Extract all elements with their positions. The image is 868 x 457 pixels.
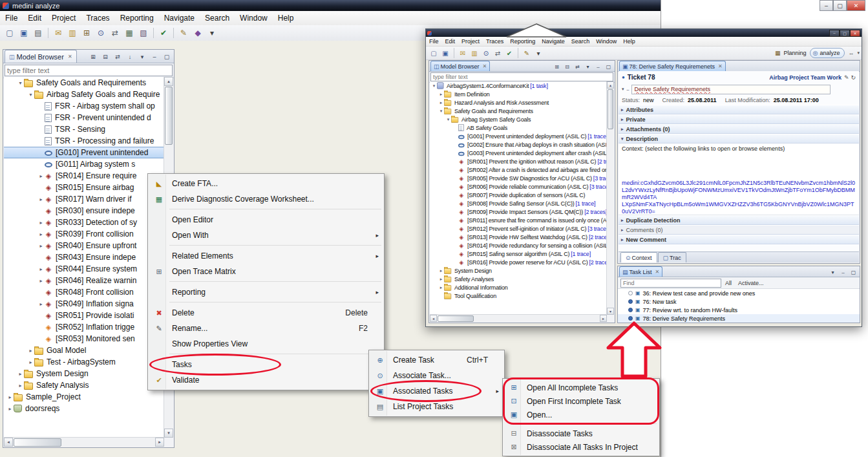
tree-item[interactable]: ◈[SR053] Monitored sen	[4, 333, 164, 345]
tree-item[interactable]: ◈[SR051] Provide isolati	[4, 310, 164, 321]
minimize-icon[interactable]: –	[149, 51, 160, 63]
tree-item[interactable]: ▸◈[SR049] Inflation signa	[4, 298, 164, 310]
scrollbar-thumb[interactable]	[438, 315, 474, 322]
tree-item[interactable]: ▾Safety Goals and Requirements	[430, 107, 607, 115]
minimize-button[interactable]: –	[820, 0, 833, 11]
menu-help[interactable]: Help	[620, 38, 639, 45]
task-list-item[interactable]: ▣77: Review wrt. to random HW-faults	[618, 306, 860, 314]
toolbar-dropdown-icon[interactable]: ▾	[533, 47, 544, 59]
menu-item-reporting[interactable]: Reporting▸	[149, 284, 383, 300]
menu-help[interactable]: Help	[273, 12, 299, 24]
section-private[interactable]: ▸Private	[619, 114, 859, 124]
tree-item[interactable]: [G011] Airbag system s	[4, 158, 164, 170]
scroll-up-icon[interactable]: ▴	[607, 81, 614, 89]
tree-item[interactable]: ▸Sample_Project	[4, 391, 164, 403]
menu-item-associate-task[interactable]: ⊙Associate Task...	[370, 368, 503, 383]
scroll-down-icon[interactable]: ▾	[607, 308, 614, 315]
overlay-title-bar[interactable]: – ▢ ✕	[426, 29, 862, 37]
expand-arrow-icon[interactable]: ▸	[37, 266, 45, 272]
task-link-all[interactable]: All	[724, 280, 732, 286]
toolbar-dropdown-icon[interactable]: ▾	[205, 26, 219, 40]
scrollbar-thumb[interactable]	[14, 438, 61, 447]
section-description[interactable]: ▾Description	[619, 134, 859, 143]
task-list-item[interactable]: ▣36: Review test case and provide new on…	[618, 289, 860, 297]
expand-arrow-icon[interactable]: ▸	[17, 371, 24, 377]
edit-model-icon[interactable]: ✎	[521, 47, 533, 59]
view-menu-icon[interactable]: ▾	[828, 268, 838, 277]
scroll-left-icon[interactable]: ◂	[4, 438, 13, 447]
tree-item[interactable]: ▸Hazard Analysis and Risk Assessment	[430, 98, 607, 107]
tree-item[interactable]: [G001] Prevent unintended deployment (AS…	[430, 132, 607, 140]
tree-item[interactable]: Tool Qualification	[430, 292, 607, 300]
trace-matrix-icon[interactable]: ⇄	[492, 47, 503, 59]
tree-item[interactable]: ◈[SR012] Prevent self-iginition of Initi…	[430, 224, 607, 233]
tree-item[interactable]: TSR - Sensing	[4, 123, 164, 135]
tab-model-browser[interactable]: ◫ Model Browser ✕	[5, 50, 77, 63]
tree-item[interactable]: AB Safety Goals	[430, 123, 607, 132]
link-with-editor-icon[interactable]: ⇄	[573, 62, 582, 72]
search-icon[interactable]: ⊙	[94, 26, 108, 40]
tree-item[interactable]: ◈[SR015] Ensure airbag	[4, 182, 164, 193]
tab-model-browser[interactable]: ◫ Model Browser ✕	[430, 61, 490, 71]
validate-icon[interactable]: ✔	[156, 26, 171, 40]
expand-arrow-icon[interactable]: ▸	[37, 301, 45, 307]
view-menu-icon[interactable]: ▾	[136, 51, 148, 63]
team-link[interactable]: Airbag Project Team Work	[769, 74, 842, 81]
collapse-all-icon[interactable]: ⊟	[562, 62, 572, 72]
scroll-right-icon[interactable]: ▸	[155, 438, 164, 447]
section-duplicate-detection[interactable]: ▸Duplicate Detection	[619, 215, 859, 225]
menu-search[interactable]: Search	[568, 38, 593, 45]
task-list-item[interactable]: ▣76: New task	[618, 297, 860, 306]
open-element-icon[interactable]: ▥	[469, 47, 480, 59]
perspective-planning[interactable]: Planning	[784, 50, 807, 56]
main-title-bar[interactable]: medini analyze	[0, 0, 661, 11]
expand-all-icon[interactable]: ⊞	[87, 51, 99, 63]
comment-icon[interactable]: ✉	[457, 47, 469, 59]
section-comments-0[interactable]: ▸Comments (0)	[619, 225, 859, 235]
section-new-comment[interactable]: ▸New Comment	[619, 235, 859, 244]
menu-item-delete[interactable]: ✖DeleteDelete	[149, 305, 383, 321]
scroll-down-icon[interactable]: ▾	[164, 429, 173, 438]
tree-item[interactable]: ▸◈[SR014] Ensure require	[4, 170, 164, 182]
comment-icon[interactable]: ✉	[51, 26, 65, 40]
section-attachments-0[interactable]: ▸Attachments (0)	[619, 124, 859, 134]
package-explorer-icon[interactable]: ⊞	[79, 26, 94, 40]
menu-item-open-first-incomplete-task[interactable]: ⊡Open First Incomplete Task	[503, 394, 659, 408]
menu-item-tasks[interactable]: Tasks▸	[149, 357, 383, 372]
footer-tab-context[interactable]: ⊙Context	[620, 252, 657, 262]
close-button[interactable]: ✕	[847, 0, 865, 11]
expand-arrow-icon[interactable]: ▾	[438, 109, 444, 114]
tree-item[interactable]: ▾Safety Goals and Requirements	[4, 77, 164, 89]
search-icon[interactable]: ⊙	[480, 47, 492, 59]
new-wizard-icon[interactable]: ▢	[3, 26, 17, 40]
menu-item-rename[interactable]: ✎Rename...F2	[149, 321, 383, 336]
tree-item[interactable]: ◈[SR048] Front collision	[4, 286, 164, 298]
save-icon[interactable]: ▣	[17, 26, 31, 40]
menu-project[interactable]: Project	[47, 12, 81, 24]
maximize-button[interactable]: ▢	[840, 30, 850, 37]
menu-item-validate[interactable]: ✔Validate	[149, 372, 383, 388]
menu-file[interactable]: File	[0, 12, 23, 24]
tree-item[interactable]: ◈[SR013] Provide HW Selftest Watchdog (A…	[430, 233, 607, 241]
menu-edit[interactable]: Edit	[442, 38, 459, 45]
expand-arrow-icon[interactable]: ▸	[6, 406, 14, 412]
tree-item[interactable]: ◈[SR007] Provide duplication of sensors …	[430, 191, 607, 199]
menu-window[interactable]: Window	[593, 38, 620, 45]
tree-item[interactable]: ◈[SR001] Prevent the ignition without re…	[430, 157, 607, 165]
tree-item[interactable]: ◈[SR043] Ensure indepe	[4, 251, 164, 263]
close-button[interactable]: ✕	[850, 30, 860, 37]
expand-arrow-icon[interactable]: ▸	[438, 285, 444, 290]
edit-icon[interactable]: ✎	[844, 74, 849, 81]
menu-navigate[interactable]: Navigate	[159, 12, 200, 24]
tree-item[interactable]: ▸Safety Analysis	[4, 379, 164, 391]
expand-all-icon[interactable]: ⊞	[552, 62, 562, 72]
scroll-right-icon[interactable]: ▸	[600, 315, 607, 322]
close-tab-icon[interactable]: ✕	[68, 54, 72, 59]
menu-item-related-elements[interactable]: Related Elements▸	[149, 248, 383, 264]
expand-arrow-icon[interactable]: ▾	[445, 117, 451, 122]
menu-item-open[interactable]: ▣Open...	[503, 408, 659, 421]
minimize-icon[interactable]: –	[838, 268, 848, 277]
menu-navigate[interactable]: Navigate	[538, 38, 568, 45]
open-element-icon[interactable]: ▥	[65, 26, 79, 40]
menu-reporting[interactable]: Reporting	[115, 12, 159, 24]
